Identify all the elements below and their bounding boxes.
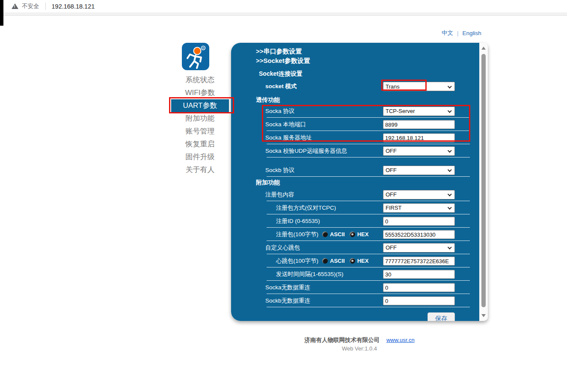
scroll-up-icon[interactable]	[481, 47, 486, 50]
heartbeat-enable-select[interactable]: OFF	[383, 243, 455, 252]
socka-port-input[interactable]	[383, 120, 455, 129]
sidebar-item-label: 固件升级	[186, 153, 215, 161]
sidebar-item-label: 系统状态	[186, 76, 215, 84]
send-interval-input[interactable]	[383, 270, 455, 279]
socket-mode-row: socket 模式 Trans	[256, 80, 470, 92]
sockb-protocol-row: Sockb 协议 OFF	[256, 163, 470, 177]
send-interval-row: 发送时间间隔(1-65535)(S)	[256, 267, 470, 281]
socka-reconnect-input[interactable]	[383, 283, 455, 292]
row-divider	[267, 307, 470, 307]
sidebar-item-uart[interactable]: UART参数	[171, 99, 229, 112]
reg-content-row: 注册包内容 OFF	[256, 188, 470, 201]
select-value: Trans	[386, 83, 400, 90]
company-name: 济南有人物联网技术有限公司	[304, 337, 380, 343]
language-switcher: 中文 | English	[442, 29, 481, 37]
sidebar-item-system-status[interactable]: 系统状态	[171, 74, 229, 86]
sidebar-item-wifi[interactable]: WIFI参数	[171, 86, 229, 99]
ascii-radio[interactable]	[322, 232, 328, 237]
socket-mode-select[interactable]: Trans	[383, 82, 455, 91]
reg-id-input[interactable]	[383, 217, 455, 226]
sockb-reconnect-row: Sockb无数据重连	[256, 294, 470, 307]
scrollbar-thumb[interactable]	[481, 54, 486, 307]
socka-server-label: Socka 服务器地址	[265, 134, 312, 142]
socka-server-row: Socka 服务器地址	[256, 131, 470, 144]
transparent-section-title: 透传功能	[256, 95, 470, 104]
usr-logo-icon: R	[181, 42, 210, 71]
reg-id-label: 注册ID (0-65535)	[276, 217, 320, 225]
ascii-radio-label: ASCII	[330, 258, 345, 264]
usr-website-link[interactable]: www.usr.cn	[386, 337, 415, 343]
heartbeat-packet-input[interactable]	[383, 256, 455, 265]
sidebar-item-label: 关于有人	[186, 166, 215, 174]
reg-packet-row: 注册包(100字节) ASCII HEX	[256, 228, 470, 241]
hex-radio-label: HEX	[357, 231, 369, 238]
send-interval-label: 发送时间间隔(1-65535)(S)	[276, 270, 344, 278]
browser-bar-shadow	[0, 12, 567, 16]
hex-radio[interactable]	[350, 258, 355, 264]
scroll-down-icon[interactable]	[481, 314, 486, 317]
panel-scrollbar[interactable]	[479, 43, 488, 321]
hex-radio[interactable]	[350, 232, 355, 237]
row-divider	[267, 157, 470, 157]
lang-chinese-link[interactable]: 中文	[442, 29, 453, 37]
reg-id-row: 注册ID (0-65535)	[256, 214, 470, 228]
socka-protocol-select[interactable]: TCP-Server	[383, 107, 455, 116]
nav-socket-settings[interactable]: >>Socket参数设置	[256, 56, 470, 65]
page-footer: 济南有人物联网技术有限公司www.usr.cn Web Ver:1.0.4	[231, 336, 488, 352]
sidebar-item-account[interactable]: 账号管理	[171, 125, 229, 138]
reg-content-select[interactable]: OFF	[383, 190, 455, 199]
reg-packet-input[interactable]	[383, 230, 455, 239]
sidebar-item-about[interactable]: 关于有人	[171, 163, 229, 176]
ascii-radio-label: ASCII	[330, 231, 345, 238]
reg-packet-label: 注册包(100字节)	[276, 231, 318, 238]
lang-english-link[interactable]: English	[463, 30, 481, 36]
sidebar-item-firmware-upgrade[interactable]: 固件升级	[171, 151, 229, 163]
browser-address-bar[interactable]: 不安全 192.168.18.121	[0, 0, 567, 12]
reg-packet-radio-group: ASCII HEX	[322, 231, 371, 238]
chevron-down-icon	[448, 192, 452, 196]
socka-port-row: Socka 本地端口	[256, 118, 470, 131]
socka-protocol-label: Socka 协议	[265, 107, 294, 115]
ascii-radio[interactable]	[322, 258, 328, 264]
url-text[interactable]: 192.168.18.121	[52, 3, 95, 10]
save-button[interactable]: 保存	[427, 312, 455, 321]
socka-udp-check-label: Socka 校验UDP远端服务器信息	[265, 147, 347, 155]
socka-server-input[interactable]	[383, 133, 455, 142]
select-value: OFF	[386, 191, 397, 198]
chevron-down-icon	[448, 245, 452, 249]
sidebar-menu: 系统状态 WIFI参数 UART参数 附加功能 账号管理 恢复重启 固件升级 关…	[171, 74, 229, 176]
address-bar-divider	[45, 3, 46, 10]
socka-udp-check-select[interactable]: OFF	[383, 146, 455, 156]
chevron-down-icon	[448, 168, 452, 172]
sockb-reconnect-input[interactable]	[383, 296, 455, 305]
sidebar-item-restore-restart[interactable]: 恢复重启	[171, 138, 229, 151]
chevron-down-icon	[448, 148, 452, 153]
reg-mode-row: 注册包方式(仅对TCPC) FIRST	[256, 201, 470, 214]
browser-window-edge	[0, 0, 3, 26]
chevron-down-icon	[448, 84, 452, 88]
heartbeat-packet-row: 心跳包(100字节) ASCII HEX	[256, 254, 470, 267]
sockb-reconnect-label: Sockb无数据重连	[265, 297, 310, 305]
socka-udp-check-row: Socka 校验UDP远端服务器信息 OFF	[256, 144, 470, 157]
warning-icon	[12, 3, 18, 9]
reg-mode-select[interactable]: FIRST	[383, 203, 455, 213]
socka-port-label: Socka 本地端口	[265, 121, 306, 128]
heartbeat-radio-group: ASCII HEX	[322, 258, 371, 264]
security-label: 不安全	[22, 3, 39, 10]
web-version: Web Ver:1.0.4	[231, 345, 488, 352]
sidebar-item-label: UART参数	[183, 101, 217, 110]
heartbeat-enable-label: 自定义心跳包	[265, 244, 300, 252]
sockb-protocol-select[interactable]: OFF	[383, 166, 455, 175]
reg-mode-label: 注册包方式(仅对TCPC)	[276, 204, 336, 212]
select-value: TCP-Server	[386, 108, 415, 114]
reg-content-label: 注册包内容	[265, 191, 294, 199]
hex-radio-label: HEX	[357, 258, 369, 264]
svg-text:R: R	[202, 47, 204, 50]
heartbeat-enable-row: 自定义心跳包 OFF	[256, 241, 470, 254]
sidebar-item-extra-functions[interactable]: 附加功能	[171, 112, 229, 125]
chevron-down-icon	[448, 109, 452, 113]
nav-serial-settings[interactable]: >>串口参数设置	[256, 47, 470, 56]
select-value: OFF	[386, 167, 397, 173]
socka-reconnect-label: Socka无数据重连	[265, 284, 310, 291]
sockb-protocol-label: Sockb 协议	[265, 166, 294, 174]
